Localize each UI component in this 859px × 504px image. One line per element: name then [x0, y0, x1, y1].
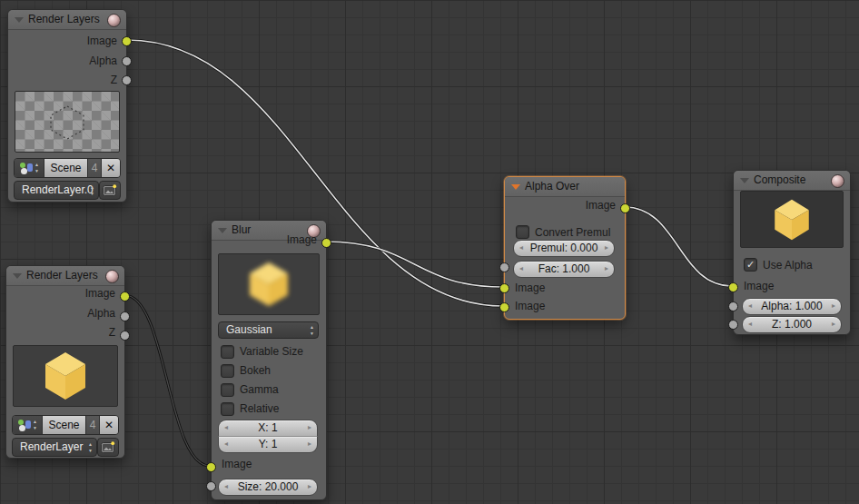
decrement-arrow-icon[interactable]: ◂: [224, 420, 228, 435]
y-value-field[interactable]: ◂ Y: 1 ▸: [218, 436, 318, 453]
increment-arrow-icon[interactable]: ▸: [832, 317, 835, 331]
node-render-layers-top[interactable]: Render Layers Image Alpha Z ▲▼ Scene 4 ✕…: [7, 9, 127, 203]
input-socket-image-1[interactable]: [499, 283, 509, 293]
render-layer-select[interactable]: RenderLayer.0 ▲▼: [14, 181, 99, 200]
scene-name-field[interactable]: Scene: [44, 159, 87, 177]
up-arrow-icon[interactable]: ▲: [33, 419, 37, 425]
node-blur[interactable]: Blur Image Gaussian ▲▼ Variable Size Bok…: [211, 220, 327, 500]
scene-selector[interactable]: ▲▼ Scene 4 ✕: [12, 415, 119, 435]
gamma-label: Gamma: [240, 383, 279, 396]
input-socket-alpha[interactable]: [728, 301, 738, 311]
decrement-arrow-icon[interactable]: ◂: [748, 317, 752, 331]
increment-arrow-icon[interactable]: ▸: [605, 241, 608, 255]
scene-unlink-button[interactable]: ✕: [101, 159, 120, 177]
relative-checkbox[interactable]: [221, 402, 234, 416]
node-editor-canvas[interactable]: Render Layers Image Alpha Z ▲▼ Scene 4 ✕…: [0, 0, 859, 504]
input-socket-image[interactable]: [206, 462, 216, 472]
bokeh-checkbox[interactable]: [221, 364, 234, 378]
node-header[interactable]: Composite: [734, 171, 850, 191]
collapse-triangle-icon[interactable]: [15, 17, 24, 23]
premul-value: Premul: 0.000: [530, 242, 598, 254]
output-socket-alpha[interactable]: [120, 311, 130, 321]
increment-arrow-icon[interactable]: ▸: [308, 420, 311, 435]
output-socket-image[interactable]: [120, 292, 130, 301]
node-render-layers-bottom[interactable]: Render Layers Image Alpha Z ▲▼ Scene 4 ✕: [5, 265, 125, 459]
node-title: Alpha Over: [525, 180, 579, 193]
input-socket-fac[interactable]: [499, 262, 509, 272]
scene-name-field[interactable]: Scene: [42, 416, 85, 434]
increment-arrow-icon[interactable]: ▸: [832, 299, 835, 313]
increment-arrow-icon[interactable]: ▸: [308, 437, 311, 451]
material-sphere-icon[interactable]: [107, 14, 121, 27]
increment-arrow-icon[interactable]: ▸: [308, 479, 311, 494]
rerender-layer-button[interactable]: [97, 438, 119, 457]
output-socket-z[interactable]: [120, 331, 130, 341]
premul-value-field[interactable]: ◂ Premul: 0.000 ▸: [513, 240, 615, 257]
render-preview-checker: [15, 91, 120, 153]
render-layer-select[interactable]: RenderLayer ▲▼: [12, 438, 97, 457]
material-sphere-icon[interactable]: [831, 174, 844, 188]
node-header[interactable]: Render Layers: [8, 10, 126, 30]
use-alpha-label: Use Alpha: [763, 259, 813, 272]
y-value: Y: 1: [259, 438, 278, 450]
alpha-value: Alpha: 1.000: [761, 300, 822, 312]
collapse-triangle-icon[interactable]: [740, 178, 749, 183]
gamma-checkbox[interactable]: [221, 383, 234, 397]
node-header[interactable]: Render Layers: [6, 266, 124, 286]
decrement-arrow-icon[interactable]: ◂: [224, 479, 228, 494]
collapse-triangle-icon[interactable]: [13, 273, 22, 279]
filter-type-value: Gaussian: [226, 323, 272, 336]
scene-unlink-button[interactable]: ✕: [99, 416, 118, 434]
output-socket-image[interactable]: [620, 203, 630, 213]
cube-image: [769, 195, 815, 244]
node-alpha-over[interactable]: Alpha Over Image Convert Premul ◂ Premul…: [504, 176, 626, 320]
use-alpha-checkbox[interactable]: ✓: [744, 258, 757, 272]
input-socket-image[interactable]: [728, 282, 738, 292]
size-value-field[interactable]: ◂ Size: 20.000 ▸: [218, 479, 318, 496]
blurred-cube-image: [243, 257, 294, 311]
node-composite[interactable]: Composite ✓ Use Alpha Image ◂ Alpha: 1.0…: [733, 170, 851, 335]
wire-core-render_layers_bottom.Image-to-blur.Image: [124, 295, 210, 466]
up-arrow-icon: ▲: [310, 324, 314, 331]
down-arrow-icon[interactable]: ▼: [90, 191, 94, 197]
down-arrow-icon[interactable]: ▼: [88, 448, 93, 454]
scene-selector[interactable]: ▲▼ Scene 4 ✕: [14, 158, 121, 178]
convert-premul-checkbox[interactable]: [516, 225, 529, 239]
x-value-field[interactable]: ◂ X: 1 ▸: [218, 420, 318, 436]
up-arrow-icon[interactable]: ▲: [35, 162, 39, 168]
scene-users-count[interactable]: 4: [87, 159, 101, 177]
decrement-arrow-icon[interactable]: ◂: [748, 299, 752, 313]
output-socket-alpha[interactable]: [122, 56, 132, 66]
z-value-field[interactable]: ◂ Z: 1.000 ▸: [742, 316, 842, 333]
fac-value-field[interactable]: ◂ Fac: 1.000 ▸: [513, 261, 615, 278]
scene-browse-button[interactable]: ▲▼: [13, 416, 42, 434]
scene-users-count[interactable]: 4: [85, 416, 99, 434]
down-arrow-icon[interactable]: ▼: [33, 425, 37, 431]
decrement-arrow-icon[interactable]: ◂: [519, 262, 523, 276]
input-socket-z[interactable]: [728, 320, 738, 330]
material-sphere-icon[interactable]: [105, 270, 119, 283]
rerender-layer-button[interactable]: [99, 181, 121, 200]
output-socket-image[interactable]: [122, 36, 132, 46]
decrement-arrow-icon[interactable]: ◂: [224, 437, 228, 451]
fac-value: Fac: 1.000: [538, 262, 590, 275]
decrement-arrow-icon[interactable]: ◂: [519, 241, 523, 255]
output-socket-z[interactable]: [122, 75, 132, 85]
render-layer-name: RenderLayer.0: [22, 183, 94, 196]
filter-type-dropdown[interactable]: Gaussian ▲▼: [218, 321, 319, 339]
input-socket-size[interactable]: [206, 481, 216, 491]
variable-size-checkbox[interactable]: [221, 345, 234, 359]
down-arrow-icon[interactable]: ▼: [35, 168, 39, 174]
up-arrow-icon[interactable]: ▲: [90, 184, 94, 191]
input-label-image-1: Image: [515, 282, 545, 294]
up-arrow-icon[interactable]: ▲: [88, 441, 93, 448]
input-label-image-2: Image: [515, 300, 545, 312]
alpha-value-field[interactable]: ◂ Alpha: 1.000 ▸: [742, 298, 842, 315]
collapse-triangle-icon[interactable]: [218, 228, 227, 233]
output-socket-image[interactable]: [321, 238, 331, 248]
collapse-triangle-icon[interactable]: [511, 184, 520, 190]
node-header[interactable]: Alpha Over: [505, 177, 625, 197]
scene-browse-button[interactable]: ▲▼: [15, 159, 44, 177]
input-socket-image-2[interactable]: [499, 302, 509, 312]
increment-arrow-icon[interactable]: ▸: [605, 262, 608, 276]
